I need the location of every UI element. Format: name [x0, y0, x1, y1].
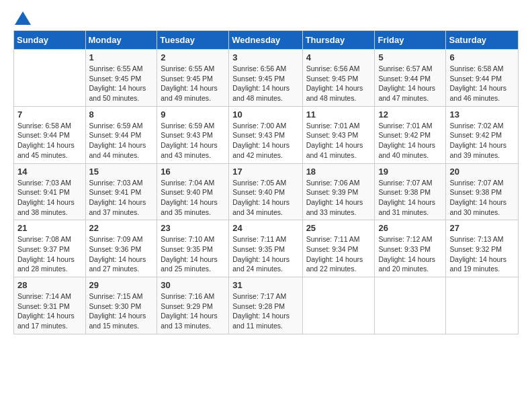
- calendar-cell: 14Sunrise: 7:03 AM Sunset: 9:41 PM Dayli…: [14, 163, 86, 220]
- day-number: 13: [449, 109, 515, 120]
- day-number: 25: [306, 223, 371, 233]
- calendar-cell: 13Sunrise: 7:02 AM Sunset: 9:42 PM Dayli…: [446, 106, 519, 163]
- cell-content: Sunrise: 7:03 AM Sunset: 9:41 PM Dayligh…: [89, 178, 154, 218]
- cell-content: Sunrise: 6:56 AM Sunset: 9:45 PM Dayligh…: [232, 64, 298, 103]
- svg-marker-0: [15, 11, 31, 25]
- day-number: 27: [449, 223, 515, 233]
- calendar-cell: 27Sunrise: 7:13 AM Sunset: 9:32 PM Dayli…: [446, 220, 519, 277]
- calendar-cell: 17Sunrise: 7:05 AM Sunset: 9:40 PM Dayli…: [229, 163, 302, 220]
- day-number: 16: [161, 167, 225, 177]
- calendar-cell: 16Sunrise: 7:04 AM Sunset: 9:40 PM Dayli…: [157, 163, 229, 220]
- weekday-header-monday: Monday: [85, 31, 157, 50]
- weekday-header-row: SundayMondayTuesdayWednesdayThursdayFrid…: [14, 31, 519, 50]
- day-number: 2: [161, 52, 225, 62]
- calendar-week-2: 7Sunrise: 6:58 AM Sunset: 9:44 PM Daylig…: [14, 106, 519, 163]
- calendar-week-4: 21Sunrise: 7:08 AM Sunset: 9:37 PM Dayli…: [14, 220, 519, 277]
- day-number: 11: [306, 109, 371, 120]
- day-number: 31: [232, 280, 298, 290]
- day-number: 9: [161, 109, 225, 120]
- calendar-cell: 11Sunrise: 7:01 AM Sunset: 9:43 PM Dayli…: [302, 106, 375, 163]
- cell-content: Sunrise: 7:04 AM Sunset: 9:40 PM Dayligh…: [161, 178, 225, 218]
- day-number: 22: [89, 223, 154, 233]
- cell-content: Sunrise: 7:13 AM Sunset: 9:32 PM Dayligh…: [449, 234, 515, 274]
- calendar-cell: 25Sunrise: 7:11 AM Sunset: 9:34 PM Dayli…: [302, 220, 375, 277]
- cell-content: Sunrise: 6:56 AM Sunset: 9:45 PM Dayligh…: [306, 64, 371, 103]
- calendar-cell: 10Sunrise: 7:00 AM Sunset: 9:43 PM Dayli…: [229, 106, 302, 163]
- day-number: 8: [89, 109, 154, 120]
- cell-content: Sunrise: 7:09 AM Sunset: 9:36 PM Dayligh…: [89, 234, 154, 274]
- cell-content: Sunrise: 6:57 AM Sunset: 9:44 PM Dayligh…: [378, 64, 442, 103]
- cell-content: Sunrise: 7:00 AM Sunset: 9:43 PM Dayligh…: [232, 121, 298, 161]
- day-number: 7: [17, 109, 82, 120]
- calendar-week-3: 14Sunrise: 7:03 AM Sunset: 9:41 PM Dayli…: [14, 163, 519, 220]
- calendar-cell: 18Sunrise: 7:06 AM Sunset: 9:39 PM Dayli…: [302, 163, 375, 220]
- cell-content: Sunrise: 6:58 AM Sunset: 9:44 PM Dayligh…: [449, 64, 515, 103]
- day-number: 1: [89, 52, 154, 62]
- calendar-cell: 4Sunrise: 6:56 AM Sunset: 9:45 PM Daylig…: [302, 50, 375, 107]
- day-number: 12: [378, 109, 442, 120]
- calendar-cell: 28Sunrise: 7:14 AM Sunset: 9:31 PM Dayli…: [14, 277, 86, 334]
- day-number: 23: [161, 223, 225, 233]
- cell-content: Sunrise: 6:58 AM Sunset: 9:44 PM Dayligh…: [17, 121, 82, 161]
- day-number: 20: [449, 167, 515, 177]
- weekday-header-friday: Friday: [375, 31, 446, 50]
- day-number: 15: [89, 167, 154, 177]
- day-number: 26: [378, 223, 442, 233]
- cell-content: Sunrise: 7:07 AM Sunset: 9:38 PM Dayligh…: [449, 178, 515, 218]
- calendar-cell: 20Sunrise: 7:07 AM Sunset: 9:38 PM Dayli…: [446, 163, 519, 220]
- calendar-cell: 2Sunrise: 6:55 AM Sunset: 9:45 PM Daylig…: [157, 50, 229, 107]
- calendar-cell: 8Sunrise: 6:59 AM Sunset: 9:44 PM Daylig…: [85, 106, 157, 163]
- calendar-cell: 6Sunrise: 6:58 AM Sunset: 9:44 PM Daylig…: [446, 50, 519, 107]
- calendar-week-5: 28Sunrise: 7:14 AM Sunset: 9:31 PM Dayli…: [14, 277, 519, 334]
- cell-content: Sunrise: 7:10 AM Sunset: 9:35 PM Dayligh…: [161, 234, 225, 274]
- day-number: 17: [232, 167, 298, 177]
- day-number: 10: [232, 109, 298, 120]
- day-number: 29: [89, 280, 154, 290]
- cell-content: Sunrise: 7:03 AM Sunset: 9:41 PM Dayligh…: [17, 178, 82, 218]
- cell-content: Sunrise: 7:07 AM Sunset: 9:38 PM Dayligh…: [378, 178, 442, 218]
- calendar-week-1: 1Sunrise: 6:55 AM Sunset: 9:45 PM Daylig…: [14, 50, 519, 107]
- calendar-cell: 24Sunrise: 7:11 AM Sunset: 9:35 PM Dayli…: [229, 220, 302, 277]
- cell-content: Sunrise: 7:12 AM Sunset: 9:33 PM Dayligh…: [378, 234, 442, 274]
- cell-content: Sunrise: 7:14 AM Sunset: 9:31 PM Dayligh…: [17, 291, 82, 331]
- calendar-table: SundayMondayTuesdayWednesdayThursdayFrid…: [13, 30, 519, 334]
- page-header: [13, 11, 519, 25]
- day-number: 21: [17, 223, 82, 233]
- weekday-header-wednesday: Wednesday: [229, 31, 302, 50]
- calendar-cell: 1Sunrise: 6:55 AM Sunset: 9:45 PM Daylig…: [85, 50, 157, 107]
- cell-content: Sunrise: 7:16 AM Sunset: 9:29 PM Dayligh…: [161, 291, 225, 331]
- calendar-cell: [375, 277, 446, 334]
- calendar-cell: 22Sunrise: 7:09 AM Sunset: 9:36 PM Dayli…: [85, 220, 157, 277]
- cell-content: Sunrise: 6:59 AM Sunset: 9:43 PM Dayligh…: [161, 121, 225, 161]
- calendar-cell: 15Sunrise: 7:03 AM Sunset: 9:41 PM Dayli…: [85, 163, 157, 220]
- day-number: 3: [232, 52, 298, 62]
- logo: [13, 11, 31, 25]
- day-number: 28: [17, 280, 82, 290]
- weekday-header-sunday: Sunday: [14, 31, 86, 50]
- day-number: 5: [378, 52, 442, 62]
- cell-content: Sunrise: 6:59 AM Sunset: 9:44 PM Dayligh…: [89, 121, 154, 161]
- day-number: 19: [378, 167, 442, 177]
- cell-content: Sunrise: 7:01 AM Sunset: 9:42 PM Dayligh…: [378, 121, 442, 161]
- calendar-cell: 26Sunrise: 7:12 AM Sunset: 9:33 PM Dayli…: [375, 220, 446, 277]
- calendar-cell: 29Sunrise: 7:15 AM Sunset: 9:30 PM Dayli…: [85, 277, 157, 334]
- cell-content: Sunrise: 7:17 AM Sunset: 9:28 PM Dayligh…: [232, 291, 298, 331]
- cell-content: Sunrise: 7:11 AM Sunset: 9:34 PM Dayligh…: [306, 234, 371, 274]
- cell-content: Sunrise: 6:55 AM Sunset: 9:45 PM Dayligh…: [89, 64, 154, 103]
- cell-content: Sunrise: 7:08 AM Sunset: 9:37 PM Dayligh…: [17, 234, 82, 274]
- day-number: 6: [449, 52, 515, 62]
- calendar-cell: 31Sunrise: 7:17 AM Sunset: 9:28 PM Dayli…: [229, 277, 302, 334]
- day-number: 14: [17, 167, 82, 177]
- cell-content: Sunrise: 7:02 AM Sunset: 9:42 PM Dayligh…: [449, 121, 515, 161]
- weekday-header-tuesday: Tuesday: [157, 31, 229, 50]
- calendar-cell: [446, 277, 519, 334]
- calendar-cell: 21Sunrise: 7:08 AM Sunset: 9:37 PM Dayli…: [14, 220, 86, 277]
- weekday-header-thursday: Thursday: [302, 31, 375, 50]
- cell-content: Sunrise: 7:11 AM Sunset: 9:35 PM Dayligh…: [232, 234, 298, 274]
- calendar-cell: 19Sunrise: 7:07 AM Sunset: 9:38 PM Dayli…: [375, 163, 446, 220]
- calendar-cell: 9Sunrise: 6:59 AM Sunset: 9:43 PM Daylig…: [157, 106, 229, 163]
- cell-content: Sunrise: 6:55 AM Sunset: 9:45 PM Dayligh…: [161, 64, 225, 103]
- logo-icon: [15, 11, 31, 25]
- calendar-cell: 30Sunrise: 7:16 AM Sunset: 9:29 PM Dayli…: [157, 277, 229, 334]
- cell-content: Sunrise: 7:06 AM Sunset: 9:39 PM Dayligh…: [306, 178, 371, 218]
